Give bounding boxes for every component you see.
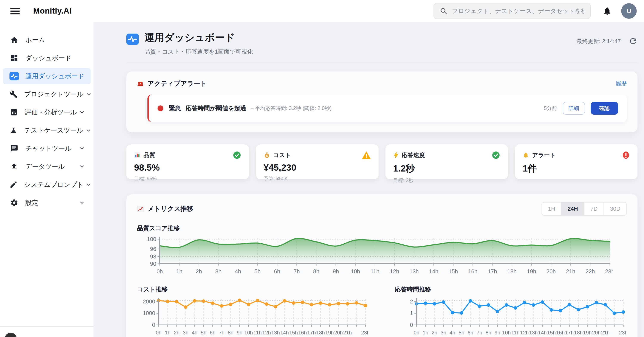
sidebar-item-chat-tools[interactable]: チャットツール [3, 140, 90, 157]
cost-chart-title: コスト推移 [137, 285, 369, 294]
svg-text:18h: 18h [316, 330, 325, 336]
siren-icon [137, 80, 144, 87]
svg-text:4h: 4h [235, 268, 241, 274]
kpi-value: 98.5% [134, 162, 241, 173]
svg-text:7h: 7h [219, 330, 224, 336]
page-subtitle: 品質・コスト・応答速度を1画面で可視化 [144, 48, 577, 56]
alert-row: 緊急 応答時間が閾値を超過 – 平均応答時間: 3.2秒 (閾値: 2.0秒) … [148, 94, 627, 122]
kpi-card-alerts: アラート 1件 [515, 144, 638, 179]
gear-icon [10, 199, 19, 207]
notification-bell-icon[interactable] [603, 6, 612, 16]
quality-trend-chart: 1009693900h1h2h3h4h5h6h7h8h9h10h11h12h13… [137, 234, 627, 276]
svg-text:16h: 16h [298, 330, 307, 336]
kpi-card-response-speed: 応答速度 1.2秒 目標: 2秒 [386, 144, 508, 179]
floating-action-button[interactable] [5, 333, 17, 337]
svg-text:20h: 20h [592, 330, 600, 336]
svg-text:2h: 2h [432, 330, 437, 336]
alert-ack-button[interactable]: 確認 [590, 102, 618, 115]
sidebar-item-dashboard[interactable]: ダッシュボード [3, 50, 90, 66]
page-title: 運用ダッシュボード [144, 31, 577, 44]
money-bag-icon: $ [264, 152, 270, 158]
trend-chart-icon [137, 206, 144, 212]
refresh-icon[interactable] [628, 36, 638, 46]
sidebar-item-system-prompt[interactable]: システムプロンプト [3, 176, 90, 193]
sidebar-item-data-tools[interactable]: データツール [3, 158, 90, 175]
svg-text:2: 2 [410, 298, 413, 305]
svg-text:16h: 16h [556, 330, 564, 336]
search-input[interactable] [452, 8, 584, 14]
global-search[interactable] [434, 3, 590, 19]
wrench-icon [10, 90, 18, 98]
analytics-icon [10, 108, 18, 116]
svg-text:1000: 1000 [143, 310, 155, 316]
chevron-down-icon [86, 128, 92, 134]
svg-text:16h: 16h [468, 268, 478, 274]
flask-icon [10, 126, 18, 134]
svg-text:93: 93 [150, 253, 156, 260]
alert-severity: 緊急 [169, 104, 181, 112]
kpi-card-quality: 品質 98.5% 目標: 95% [126, 144, 249, 179]
chevron-down-icon [79, 200, 85, 206]
sidebar-item-project-tools[interactable]: プロジェクトツール [3, 86, 90, 102]
svg-text:11h: 11h [370, 268, 379, 274]
upload-icon [10, 162, 19, 171]
svg-text:1h: 1h [176, 268, 182, 274]
chevron-down-icon [79, 146, 85, 152]
alert-detail-button[interactable]: 詳細 [563, 102, 585, 115]
user-avatar[interactable]: U [621, 3, 637, 19]
kpi-value: ¥45,230 [264, 162, 371, 173]
response-time-chart-title: 応答時間推移 [395, 285, 627, 294]
svg-text:1: 1 [410, 310, 413, 316]
ops-dashboard-icon [126, 34, 139, 45]
sidebar-item-testcase-tools[interactable]: テストケースツール [3, 122, 90, 138]
svg-text:2000: 2000 [143, 298, 155, 305]
app-logo: Monitly.AI [33, 6, 72, 16]
cost-trend-chart: 2000100000h1h2h3h4h5h6h7h8h9h10h11h12h13… [137, 296, 369, 336]
page-header: 運用ダッシュボード 品質・コスト・応答速度を1画面で可視化 最終更新: 2:14… [126, 31, 638, 56]
svg-text:8h: 8h [228, 330, 234, 336]
svg-text:12h: 12h [390, 268, 399, 274]
chevron-down-icon [79, 164, 85, 170]
kpi-sub: 目標: 95% [134, 176, 241, 182]
kpi-sub: 目標: 2秒 [393, 177, 500, 184]
sidebar-item-home[interactable]: ホーム [3, 32, 90, 48]
last-updated-label: 最終更新: 2:14:47 [577, 38, 621, 45]
range-30d-button[interactable]: 30D [604, 202, 626, 215]
main-content: 運用ダッシュボード 品質・コスト・応答速度を1画面で可視化 最終更新: 2:14… [94, 22, 644, 337]
svg-text:10h: 10h [502, 330, 510, 336]
history-link[interactable]: 履歴 [616, 80, 627, 87]
active-alerts-title: アクティブアラート [137, 79, 207, 88]
range-1h-button[interactable]: 1H [542, 202, 561, 215]
chat-icon [10, 144, 19, 152]
sidebar-item-ops-dashboard[interactable]: 運用ダッシュボード [3, 68, 90, 84]
range-7d-button[interactable]: 7D [584, 202, 604, 215]
svg-text:4h: 4h [192, 330, 198, 336]
hamburger-menu-icon[interactable] [10, 8, 20, 14]
svg-text:14h: 14h [538, 330, 546, 336]
svg-text:9h: 9h [494, 330, 500, 336]
check-icon [492, 151, 500, 160]
svg-text:6h: 6h [210, 330, 216, 336]
sidebar-item-analytics-tools[interactable]: 評価・分析ツール [3, 104, 90, 120]
svg-text:22h: 22h [586, 268, 595, 274]
svg-text:23h: 23h [361, 330, 368, 336]
alert-detail: – 平均応答時間: 3.2秒 (閾値: 2.0秒) [250, 105, 332, 112]
svg-text:21h: 21h [566, 268, 575, 274]
svg-text:19h: 19h [527, 268, 536, 274]
svg-text:21h: 21h [343, 330, 352, 336]
lightning-icon [393, 152, 399, 158]
quality-chart-title: 品質スコア推移 [137, 224, 627, 232]
error-icon [622, 151, 630, 160]
kpi-card-cost: $ コスト ¥45,230 予算: ¥50K [256, 144, 378, 179]
svg-text:5h: 5h [458, 330, 464, 336]
metrics-title: メトリクス推移 [137, 204, 194, 213]
range-24h-button[interactable]: 24H [561, 202, 584, 215]
svg-text:7h: 7h [294, 268, 300, 274]
sidebar-item-settings[interactable]: 設定 [3, 194, 90, 211]
svg-text:19h: 19h [583, 330, 592, 336]
chevron-down-icon [86, 91, 92, 97]
svg-text:10h: 10h [244, 330, 253, 336]
svg-text:14h: 14h [280, 330, 289, 336]
svg-text:3h: 3h [440, 330, 446, 336]
ops-dashboard-icon [10, 72, 19, 80]
